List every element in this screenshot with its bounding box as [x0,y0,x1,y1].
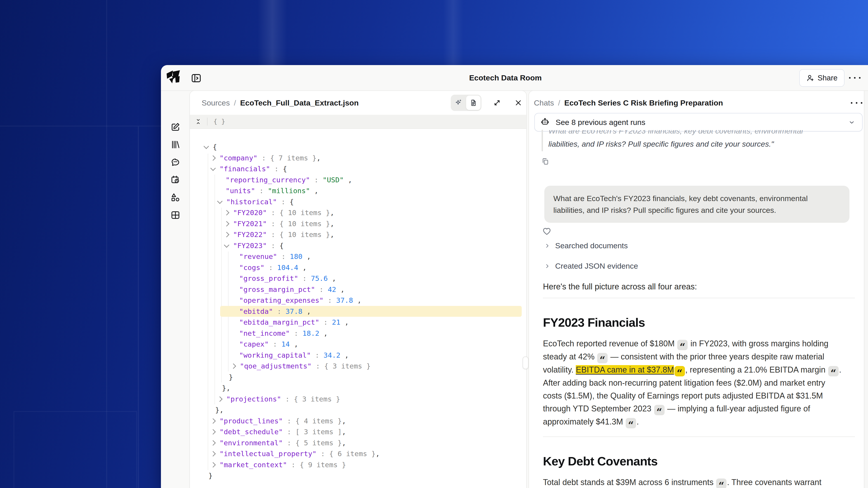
tool-row-label: Created JSON evidence [555,262,638,270]
copy-icon[interactable] [541,157,549,165]
chat-title: EcoTech Series C Risk Briefing Preparati… [564,98,723,107]
json-tree-row-cogs: "cogs" : 104.4 , [190,262,526,273]
tree-chevron-open[interactable] [204,143,209,149]
json-tree-row-gross_margin_pct: "gross_margin_pct" : 42 , [190,284,526,295]
chat-header: Chats / EcoTech Series C Risk Briefing P… [534,91,723,115]
ai-view-icon[interactable] [455,99,462,107]
icon-rail [161,90,189,488]
assistant-intro-text: Here's the full picture across all four … [543,282,855,291]
sidebar-item-chats-icon[interactable] [170,157,180,167]
view-mode-segmented-control [451,95,482,111]
cited-text-highlight[interactable]: EBITDA came in at $37.8M [576,365,674,375]
share-button[interactable]: Share [799,69,844,87]
breadcrumb-divider: / [234,98,236,107]
json-tree-row-product_lines[interactable]: "product_lines" : { 4 items }, [190,416,526,427]
braces-toggle[interactable]: { } [213,118,225,125]
panel-resize-handle[interactable] [523,357,528,369]
top-bar: Ecotech Data Room Share [161,65,868,91]
tree-chevron-closed[interactable] [210,451,216,456]
tree-chevron-closed[interactable] [224,210,229,215]
json-tree-row-ebitda: "ebitda" : 37.8 , [220,306,522,317]
json-tree-row-FY2022[interactable]: "FY2022" : { 10 items }, [190,229,526,240]
wallpaper-streak [258,0,287,68]
citation-chip[interactable]: “ [828,366,839,377]
json-tree-row-operating_expenses: "operating_expenses" : 37.8 , [190,295,526,306]
json-tree-row-ebitda_margin_pct: "ebitda_margin_pct" : 21 , [190,317,526,328]
section-divider [543,298,855,298]
json-tree-row-environmental[interactable]: "environmental" : { 5 items }, [190,437,526,449]
tree-chevron-closed[interactable] [210,155,216,161]
sidebar-item-grid-icon[interactable] [170,210,180,220]
sidebar-item-shapes-icon[interactable] [170,193,180,202]
heart-icon[interactable] [542,226,552,236]
chevron-right-icon [544,263,550,269]
json-tree-row-debt_schedule[interactable]: "debt_schedule" : [ 3 items ], [190,426,526,437]
tree-chevron-open[interactable] [210,165,216,171]
citation-chip[interactable]: “ [654,405,664,415]
citation-chip[interactable]: “ [597,353,608,363]
json-tree-row-FY2021[interactable]: "FY2021" : { 10 items }, [190,218,526,229]
json-tree-row-projections[interactable]: "projections" : { 3 items } [190,394,526,404]
json-tree-row-intellectual_property[interactable]: "intellectual_property" : { 6 items }, [190,448,526,459]
robot-icon [541,118,549,127]
json-tree-row-net_income: "net_income" : 18.2 , [190,328,526,339]
chat-menu-button[interactable] [851,102,862,104]
tree-chevron-closed[interactable] [210,418,216,424]
json-tree-row-qoe_adjustments[interactable]: "qoe_adjustments" : { 3 items } [190,361,526,372]
sidebar-item-compose-icon[interactable] [170,122,180,132]
json-tree-row-root[interactable]: { [190,141,526,153]
json-toolbar: { } [190,115,526,129]
tool-row-label: Searched documents [555,241,628,250]
tree-chevron-closed[interactable] [210,429,216,434]
json-tree: {"company" : { 7 items },"financials" : … [190,128,526,488]
previous-agent-runs-button[interactable]: See 8 previous agent runs [534,113,863,131]
share-label: Share [817,74,837,82]
json-tree-row-working_capital: "working_capital" : 34.2 , [190,350,526,361]
breadcrumb-sources[interactable]: Sources [202,98,230,107]
close-panel-icon[interactable] [514,98,523,107]
toolbar-divider [207,118,208,125]
window-menu-button[interactable] [849,77,861,78]
json-tree-row-financials[interactable]: "financials" : { [190,163,526,174]
json-tree-row-historical[interactable]: "historical" : { [190,196,526,207]
json-close-row: }, [190,383,526,394]
tree-chevron-open[interactable] [217,198,222,204]
tree-chevron-closed[interactable] [224,221,229,226]
wallpaper-seam [0,126,161,127]
chat-scrollbar[interactable] [864,91,868,488]
section-heading: FY2023 Financials [543,315,855,329]
citation-chip[interactable]: “ [716,479,726,488]
citation-chip[interactable]: “ [626,418,636,428]
agent-runs-label: See 8 previous agent runs [556,118,645,127]
tree-chevron-closed[interactable] [210,462,216,467]
breadcrumb-chats[interactable]: Chats [534,98,554,107]
tree-chevron-open[interactable] [224,242,229,248]
citation-chip[interactable]: “ [677,340,688,350]
json-tree-row-units: "units" : "millions" , [190,185,526,196]
tree-chevron-closed[interactable] [230,363,236,369]
json-tree-row-gross_profit: "gross_profit" : 75.6 , [190,273,526,284]
sources-panel: Sources / EcoTech_Full_Data_Extract.json… [189,90,527,488]
quote-left-bar [541,130,543,151]
expand-panel-icon[interactable] [493,98,501,107]
section-paragraph: EcoTech reported revenue of $180M “ in F… [543,337,855,428]
json-tree-row-FY2023[interactable]: "FY2023" : { [190,240,526,251]
tree-chevron-closed[interactable] [210,440,216,446]
tool-row-created-json-evidence[interactable]: Created JSON evidence [544,262,638,270]
window-title: Ecotech Data Room [161,65,850,90]
sidebar-item-library-icon[interactable] [170,140,180,150]
json-tree-row-market_context[interactable]: "market_context" : { 9 items } [190,459,526,470]
tree-chevron-closed[interactable] [224,232,229,237]
tool-row-searched-documents[interactable]: Searched documents [544,241,628,250]
json-tree-row-company[interactable]: "company" : { 7 items }, [190,153,526,164]
document-view-icon[interactable] [469,99,477,107]
collapse-all-icon[interactable] [195,118,202,125]
citation-chip[interactable]: “ [675,366,685,377]
json-tree-row-FY2020[interactable]: "FY2020" : { 10 items }, [190,207,526,218]
person-plus-icon [806,74,814,82]
section-paragraph: Total debt stands at $39M across 6 instr… [543,476,855,488]
source-file-name: EcoTech_Full_Data_Extract.json [240,98,359,107]
sidebar-item-schedule-icon[interactable] [170,175,180,185]
tree-chevron-closed[interactable] [217,396,222,402]
quote-line-clipped: What are EcoTech's FY2023 financials, ke… [548,130,803,137]
